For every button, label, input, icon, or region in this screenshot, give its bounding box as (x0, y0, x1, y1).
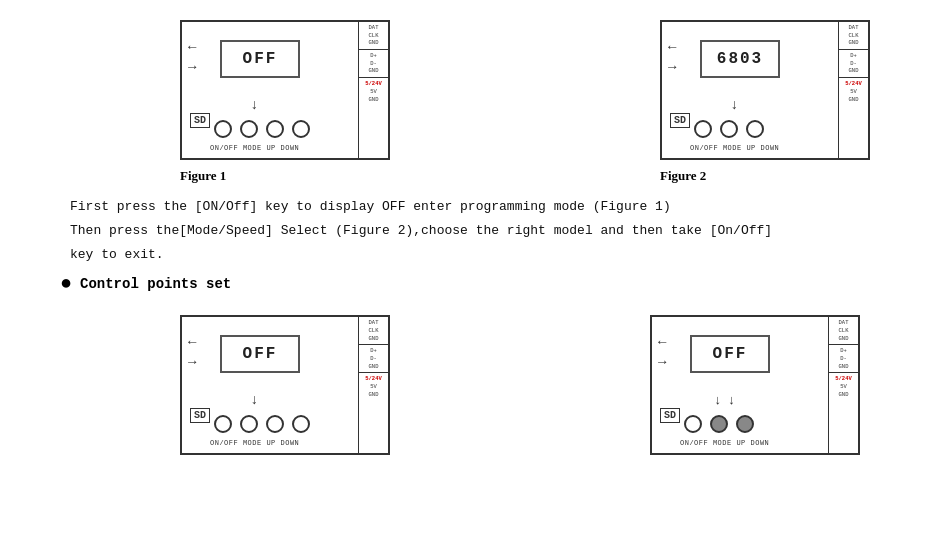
fig2-gnd1: GND (849, 39, 859, 47)
fig4-buttons (684, 415, 754, 433)
fig1-arrow-left: ← (188, 40, 196, 54)
fig4-div1 (829, 344, 858, 345)
fig2-arrow-left: ← (668, 40, 676, 54)
fig2-clk: CLK (849, 32, 859, 40)
fig4-btn2 (710, 415, 728, 433)
fig3-btn4 (292, 415, 310, 433)
fig4-clk: CLK (839, 327, 849, 335)
fig1-dplus: D+ (370, 52, 377, 60)
fig1-div1 (359, 49, 388, 50)
fig3-labels: ON/OFF MODE UP DOWN (210, 439, 299, 447)
fig4-sd: SD (660, 408, 680, 423)
fig2-sd: SD (670, 113, 690, 128)
fig1-labels: ON/OFF MODE UP DOWN (210, 144, 299, 152)
fig2-voltage: 5/24V (845, 80, 862, 88)
fig3-arrow-right: → (188, 355, 196, 369)
figure4-controller: ← → OFF SD ↓ ↓ ON/OFF MODE UP DOWN DAT (650, 315, 860, 455)
text-line1: First press the [ON/Off] key to display … (70, 196, 894, 218)
fig2-gnd3: GND (849, 96, 859, 104)
fig4-dat: DAT (839, 319, 849, 327)
fig2-left-arrows: ← → (668, 40, 676, 74)
fig1-down-arrow: ↓ (250, 97, 258, 113)
bottom-figures-row: ← → OFF SD ↓ ON/OFF MODE UP DOWN DAT CLK… (50, 315, 894, 455)
fig2-down-arrow: ↓ (730, 97, 738, 113)
fig3-btn2 (240, 415, 258, 433)
figure2-caption: Figure 2 (660, 168, 706, 184)
figure1-caption: Figure 1 (180, 168, 226, 184)
figure3-block: ← → OFF SD ↓ ON/OFF MODE UP DOWN DAT CLK… (180, 315, 390, 455)
fig4-div2 (829, 372, 858, 373)
fig3-voltage: 5/24V (365, 375, 382, 383)
fig3-dminus: D- (370, 355, 377, 363)
fig2-btn2 (720, 120, 738, 138)
fig1-btn4 (292, 120, 310, 138)
fig2-right-panel: DAT CLK GND D+ D- GND 5/24V 5V GND (838, 22, 868, 158)
fig3-buttons (214, 415, 310, 433)
fig4-5v: 5V (840, 383, 847, 391)
fig3-dplus: D+ (370, 347, 377, 355)
text-section: First press the [ON/Off] key to display … (50, 196, 894, 266)
fig2-buttons (694, 120, 764, 138)
fig4-arrow-right: → (658, 355, 666, 369)
figure1-controller: ← → OFF SD ↓ ON/OFF MODE UP DOWN (180, 20, 390, 160)
fig3-btn3 (266, 415, 284, 433)
fig2-btn1 (694, 120, 712, 138)
fig1-5v: 5V (370, 88, 377, 96)
fig4-dminus: D- (840, 355, 847, 363)
fig4-right-panel: DAT CLK GND D+ D- GND 5/24V 5V GND (828, 317, 858, 453)
fig4-left-arrows: ← → (658, 335, 666, 369)
fig2-div1 (839, 49, 868, 50)
fig2-div2 (839, 77, 868, 78)
page-content: ← → OFF SD ↓ ON/OFF MODE UP DOWN (0, 0, 944, 465)
fig1-dminus: D- (370, 60, 377, 68)
top-figures-row: ← → OFF SD ↓ ON/OFF MODE UP DOWN (50, 20, 894, 184)
fig4-arrow-left: ← (658, 335, 666, 349)
fig4-voltage: 5/24V (835, 375, 852, 383)
fig2-5v: 5V (850, 88, 857, 96)
fig3-5v: 5V (370, 383, 377, 391)
fig3-sd: SD (190, 408, 210, 423)
fig3-div2 (359, 372, 388, 373)
fig4-down-arrow1: ↓ (714, 393, 722, 408)
fig2-labels: ON/OFF MODE UP DOWN (690, 144, 779, 152)
fig1-right-panel: DAT CLK GND D+ D- GND 5/24V 5V GND (358, 22, 388, 158)
fig3-div1 (359, 344, 388, 345)
text-line2: Then press the[Mode/Speed] Select (Figur… (70, 220, 894, 242)
fig1-gnd2: GND (369, 67, 379, 75)
fig1-btn2 (240, 120, 258, 138)
fig3-dat: DAT (369, 319, 379, 327)
fig2-dminus: D- (850, 60, 857, 68)
fig4-display: OFF (690, 335, 770, 373)
fig2-dat: DAT (849, 24, 859, 32)
fig1-left-arrows: ← → (188, 40, 196, 74)
fig4-down-arrows: ↓ ↓ (714, 393, 736, 408)
fig4-gnd2: GND (839, 363, 849, 371)
bullet-section: ● Control points set (50, 276, 894, 295)
fig1-gnd1: GND (369, 39, 379, 47)
fig2-arrow-right: → (668, 60, 676, 74)
fig1-gnd3: GND (369, 96, 379, 104)
fig1-display: OFF (220, 40, 300, 78)
fig1-clk: CLK (369, 32, 379, 40)
text-line3: key to exit. (70, 244, 894, 266)
bullet-label: Control points set (80, 276, 231, 292)
fig3-left-arrows: ← → (188, 335, 196, 369)
fig4-gnd3: GND (839, 391, 849, 399)
fig2-display: 6803 (700, 40, 780, 78)
fig3-down-arrow: ↓ (250, 392, 258, 408)
fig1-voltage: 5/24V (365, 80, 382, 88)
fig1-btn1 (214, 120, 232, 138)
fig3-gnd1: GND (369, 335, 379, 343)
bullet-dot: ● (60, 272, 72, 295)
fig1-arrow-right: → (188, 60, 196, 74)
figure1-block: ← → OFF SD ↓ ON/OFF MODE UP DOWN (180, 20, 390, 184)
fig4-btn1 (684, 415, 702, 433)
fig3-btn1 (214, 415, 232, 433)
figure3-controller: ← → OFF SD ↓ ON/OFF MODE UP DOWN DAT CLK… (180, 315, 390, 455)
fig3-right-panel: DAT CLK GND D+ D- GND 5/24V 5V GND (358, 317, 388, 453)
fig2-gnd2: GND (849, 67, 859, 75)
fig3-display: OFF (220, 335, 300, 373)
fig4-dplus: D+ (840, 347, 847, 355)
fig3-gnd2: GND (369, 363, 379, 371)
fig1-sd: SD (190, 113, 210, 128)
